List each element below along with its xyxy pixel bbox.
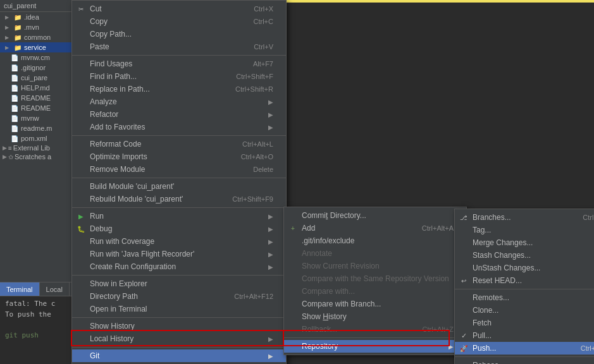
menu-item-local-history[interactable]: Local History ▶: [72, 332, 286, 345]
file-icon: [10, 73, 19, 82]
repo-menu-remotes[interactable]: Remotes...: [455, 291, 594, 304]
repo-menu-clone[interactable]: Clone...: [455, 304, 594, 317]
repo-label-push: Push...: [473, 344, 496, 353]
cut-icon: ✂: [76, 4, 86, 14]
run-config-icon: [76, 262, 86, 272]
git-label-info-exclude: .git/info/exclude: [302, 236, 354, 245]
git-menu-compare-branch[interactable]: Compare with Branch...: [284, 298, 466, 310]
repo-menu-merge[interactable]: Merge Changes...: [455, 236, 594, 249]
menu-label-show-history: Show History: [90, 322, 135, 331]
menu-item-rebuild-module[interactable]: Rebuild Module 'cui_parent' Ctrl+Shift+F…: [72, 193, 286, 205]
repo-menu-fetch[interactable]: Fetch: [455, 317, 594, 329]
separator: [455, 289, 594, 289]
tree-label: readme.m: [21, 124, 53, 132]
menu-item-run-jfr[interactable]: Run with 'Java Flight Recorder' ▶: [72, 248, 286, 260]
git-menu-rollback[interactable]: Rollback... Ctrl+Alt+Z: [284, 323, 466, 336]
repo-menu-unstash[interactable]: UnStash Changes...: [455, 262, 594, 274]
file-icon: [10, 124, 19, 133]
menu-item-remove-module[interactable]: Remove Module Delete: [72, 163, 286, 176]
repo-menu-branches[interactable]: ⎇ Branches... Ctrl+Shift+`: [455, 211, 594, 224]
tree-item-readme2[interactable]: README: [0, 103, 72, 113]
repo-menu-reset-head[interactable]: ↩ Reset HEAD...: [455, 274, 594, 287]
compare-branch-icon: [288, 299, 298, 309]
submenu-arrow-run-config: ▶: [262, 264, 273, 270]
tree-item-gitignore[interactable]: .gitignor: [0, 63, 72, 73]
git-menu-annotate[interactable]: Annotate: [284, 247, 466, 260]
tree-item-mvnw[interactable]: mvnw.cm: [0, 52, 72, 63]
tree-item-readme-md[interactable]: readme.m: [0, 123, 72, 133]
tree-item-mvn[interactable]: .mvn: [0, 22, 72, 32]
folder-icon: [13, 33, 22, 42]
menu-item-reformat[interactable]: Reformat Code Ctrl+Alt+L: [72, 138, 286, 150]
tree-item-common[interactable]: common: [0, 32, 72, 42]
git-menu-add[interactable]: + Add Ctrl+Alt+A: [284, 222, 466, 234]
menu-item-refactor[interactable]: Refactor ▶: [72, 108, 286, 121]
menu-item-analyze[interactable]: Analyze ▶: [72, 95, 286, 108]
git-menu-commit-dir[interactable]: Commit Directory...: [284, 209, 466, 222]
menu-label-local-history: Local History: [90, 334, 133, 343]
menu-label-copy-path: Copy Path...: [90, 30, 132, 39]
menu-item-replace-in-path[interactable]: Replace in Path... Ctrl+Shift+R: [72, 83, 286, 95]
menu-item-run-coverage[interactable]: Run with Coverage ▶: [72, 235, 286, 248]
repo-menu-stash[interactable]: Stash Changes...: [455, 249, 594, 262]
compare-same-icon: [288, 274, 298, 284]
repo-menu-pull[interactable]: Pull...: [455, 329, 594, 342]
menu-item-debug[interactable]: 🐛 Debug ▶: [72, 222, 286, 235]
menu-label-run: Run: [90, 212, 104, 221]
tree-item-service[interactable]: service: [0, 42, 72, 52]
file-icon: [10, 104, 19, 112]
tree-item-pomxml[interactable]: pom.xml: [0, 133, 72, 143]
repo-menu-push[interactable]: 🚀 Push... Ctrl+Shift+K: [455, 342, 594, 355]
menu-item-find-usages[interactable]: Find Usages Alt+F7: [72, 58, 286, 70]
tree-label: .gitignor: [21, 64, 46, 71]
menu-item-create-run-config[interactable]: Create Run Configuration ▶: [72, 260, 286, 273]
menu-item-show-history[interactable]: Show History: [72, 320, 286, 332]
tree-item-idea[interactable]: .idea: [0, 12, 72, 22]
debug-icon: 🐛: [76, 224, 86, 234]
menu-label-find-usages: Find Usages: [90, 59, 132, 68]
git-menu-show-current-rev[interactable]: Show Current Revision: [284, 260, 466, 272]
menu-item-open-in-terminal[interactable]: Open in Terminal: [72, 303, 286, 315]
clone-icon: [459, 305, 469, 315]
tree-label: pom.xml: [21, 135, 47, 142]
tab-terminal[interactable]: Terminal: [0, 282, 40, 296]
separator: [72, 135, 286, 136]
menu-item-copy-path[interactable]: Copy Path...: [72, 28, 286, 40]
git-menu-compare-with[interactable]: Compare with...: [284, 285, 466, 298]
menu-item-find-in-path[interactable]: Find in Path... Ctrl+Shift+F: [72, 70, 286, 83]
menu-item-cut[interactable]: ✂ Cut Ctrl+X: [72, 3, 286, 15]
menu-item-paste[interactable]: Paste Ctrl+V: [72, 40, 286, 53]
submenu-arrow-favorites: ▶: [262, 124, 273, 131]
menu-item-add-to-favorites[interactable]: Add to Favorites ▶: [72, 121, 286, 133]
show-rev-icon: [288, 261, 298, 271]
rebuild-icon: [76, 194, 86, 204]
shortcut-paste: Ctrl+V: [235, 43, 273, 51]
tab-local[interactable]: Local: [40, 282, 70, 296]
menu-item-build-module[interactable]: Build Module 'cui_parent': [72, 180, 286, 193]
menu-item-run[interactable]: ▶ Run ▶: [72, 210, 286, 222]
rebase-icon: [459, 360, 469, 364]
tree-item-scratches[interactable]: ▶ ✩ Scratches a: [0, 152, 72, 161]
tree-item-help[interactable]: HELP.md: [0, 83, 72, 93]
tree-item-mvnw2[interactable]: mvnw: [0, 113, 72, 123]
menu-item-copy[interactable]: Copy Ctrl+C: [72, 15, 286, 28]
menu-item-optimize-imports[interactable]: Optimize Imports Ctrl+Alt+O: [72, 150, 286, 163]
repo-menu-tag[interactable]: Tag...: [455, 224, 594, 236]
tree-item-readme1[interactable]: README: [0, 93, 72, 103]
menu-label-remove-module: Remove Module: [90, 165, 145, 174]
menu-label-coverage: Run with Coverage: [90, 237, 154, 246]
paste-icon: [76, 42, 86, 52]
git-menu-repository[interactable]: Repository ▶: [284, 340, 466, 353]
menu-item-git[interactable]: Git ▶: [72, 349, 286, 362]
menu-item-show-in-explorer[interactable]: Show in Explorer: [72, 277, 286, 290]
repo-menu-rebase[interactable]: Rebase...: [455, 359, 594, 364]
git-menu-compare-same-repo[interactable]: Compare with the Same Repository Version: [284, 272, 466, 285]
git-menu-show-history2[interactable]: Show History: [284, 310, 466, 323]
tree-item-external-lib[interactable]: ▶ ≡ External Lib: [0, 143, 72, 152]
tree-item-cuipar[interactable]: cui_pare: [0, 73, 72, 83]
menu-item-directory-path[interactable]: Directory Path Ctrl+Alt+F12: [72, 290, 286, 303]
build-icon: [76, 181, 86, 191]
panel-header: cui_parent: [0, 0, 72, 12]
tree-label: cui_pare: [21, 74, 47, 82]
git-menu-info-exclude[interactable]: .git/info/exclude: [284, 234, 466, 247]
